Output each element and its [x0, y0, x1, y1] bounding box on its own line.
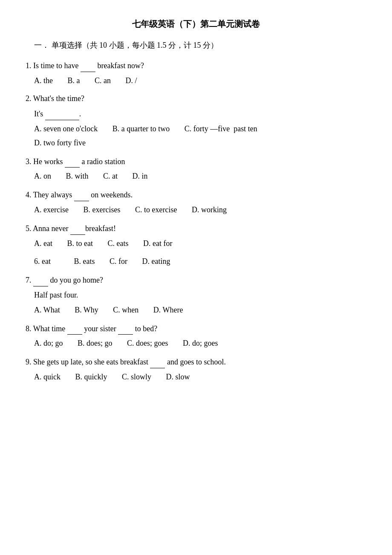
q5-number: 5. Anna never: [26, 224, 70, 233]
q8-after: to bed?: [133, 324, 157, 333]
q3-optD: D. in: [133, 170, 148, 182]
q3-optC: C. at: [103, 170, 118, 182]
q8-optD: D. do; goes: [183, 337, 218, 350]
q2-period: .: [79, 110, 81, 118]
q2-optB: B. a quarter to two: [112, 123, 170, 135]
q1-text: 1. Is time to have breakfast now?: [26, 59, 366, 72]
q3-optB: B. with: [66, 170, 89, 182]
q2-options-line1: A. seven one o'clock B. a quarter to two…: [34, 123, 366, 135]
q4-optC: C. to exercise: [135, 204, 177, 216]
q4-after: on weekends.: [89, 191, 133, 199]
q7-optA: A. What: [34, 304, 60, 316]
q1-after: breakfast now?: [95, 61, 144, 70]
q9-number: 9. She gets up late, so she eats breakfa…: [26, 358, 150, 366]
q5-after: breakfast!: [85, 224, 116, 233]
q9-optB: B. quickly: [75, 371, 107, 383]
q9-after: and goes to school.: [165, 358, 225, 366]
q5-optD: D. eat for: [143, 237, 172, 250]
q8-text: 8. What time your sister to bed?: [26, 322, 366, 335]
q1-blank: [81, 59, 95, 72]
q4-options: A. exercise B. exercises C. to exercise …: [34, 204, 366, 216]
q7-half: Half past four.: [34, 291, 78, 299]
q8-blank2: [118, 322, 133, 335]
q4-text: 4. They always on weekends.: [26, 188, 366, 201]
q5-options: A. eat B. to eat C. eats D. eat for: [34, 237, 366, 250]
q5-blank: [70, 222, 85, 235]
section1-header: 一． 单项选择（共 10 小题，每小题 1.5 分，计 15 分）: [26, 39, 366, 52]
q7-after: do you go home?: [48, 276, 103, 284]
q6-options: 6. eat B. eats C. for D. eating: [34, 255, 366, 268]
q8-mid: your sister: [82, 324, 118, 333]
q2-options-line2: D. two forty five: [34, 137, 366, 149]
q6-optC: C. for: [110, 255, 127, 268]
q4-optA: A. exercise: [34, 204, 69, 216]
q4-number: 4. They always: [26, 191, 74, 199]
q2-subtext: It's .: [26, 107, 366, 120]
question-8: 8. What time your sister to bed? A. do; …: [26, 322, 366, 350]
q2-optA: A. seven one o'clock: [34, 123, 98, 135]
q9-blank: [150, 356, 165, 368]
question-3: 3. He works a radio station A. on B. wit…: [26, 155, 366, 183]
q3-optA: A. on: [34, 170, 51, 182]
q9-optD: D. slow: [166, 371, 190, 383]
q9-optC: C. slowly: [122, 371, 151, 383]
q2-text: 2. What's the time?: [26, 92, 366, 105]
q1-optC: C. an: [95, 75, 111, 87]
q7-blank: [33, 274, 48, 286]
q6-optB: B. eats: [74, 255, 95, 268]
q2-blank: [45, 107, 79, 120]
q7-options: A. What B. Why C. when D. Where: [34, 304, 366, 316]
question-6: 6. eat B. eats C. for D. eating: [26, 255, 366, 268]
question-5: 5. Anna never breakfast! A. eat B. to ea…: [26, 222, 366, 250]
page-title: 七年级英语（下）第二单元测试卷: [26, 17, 366, 31]
q7-subtext: Half past four.: [26, 289, 366, 301]
q6-opt-prefix: 6. eat: [34, 255, 51, 268]
q1-optB: B. a: [68, 75, 80, 87]
question-2: 2. What's the time? It's . A. seven one …: [26, 92, 366, 149]
q5-optC: C. eats: [107, 237, 128, 250]
q7-optD: D. Where: [153, 304, 183, 316]
q8-blank1: [67, 322, 82, 335]
q4-blank: [74, 188, 89, 201]
question-7: 7. do you go home? Half past four. A. Wh…: [26, 274, 366, 316]
question-1: 1. Is time to have breakfast now? A. the…: [26, 59, 366, 87]
q2-its: It's: [34, 110, 45, 118]
q1-optD: D. /: [126, 75, 137, 87]
q2-optD: D. two forty five: [34, 137, 86, 149]
q8-options: A. do; go B. does; go C. does; goes D. d…: [34, 337, 366, 350]
q5-optB: B. to eat: [67, 237, 93, 250]
q7-text: 7. do you go home?: [26, 274, 366, 286]
question-9: 9. She gets up late, so she eats breakfa…: [26, 356, 366, 383]
q1-options: A. the B. a C. an D. /: [34, 75, 366, 87]
q8-number: 8. What time: [26, 324, 67, 333]
q1-optA: A. the: [34, 75, 53, 87]
q5-text: 5. Anna never breakfast!: [26, 222, 366, 235]
q7-optB: B. Why: [75, 304, 98, 316]
q3-options: A. on B. with C. at D. in: [34, 170, 366, 182]
q5-optA: A. eat: [34, 237, 52, 250]
q4-optB: B. exercises: [83, 204, 120, 216]
q3-text: 3. He works a radio station: [26, 155, 366, 168]
q1-number: 1. Is time to have: [26, 61, 81, 70]
q8-optB: B. does; go: [78, 337, 112, 350]
question-4: 4. They always on weekends. A. exercise …: [26, 188, 366, 216]
q6-optD: D. eating: [142, 255, 170, 268]
q9-options: A. quick B. quickly C. slowly D. slow: [34, 371, 366, 383]
q8-optA: A. do; go: [34, 337, 63, 350]
q2-optC: C. forty —five past ten: [184, 123, 257, 135]
q4-optD: D. working: [192, 204, 227, 216]
q7-number: 7.: [26, 276, 33, 284]
q9-optA: A. quick: [34, 371, 61, 383]
q3-number: 3. He works: [26, 157, 65, 166]
q8-optC: C. does; goes: [127, 337, 168, 350]
q3-after: a radio station: [80, 157, 125, 166]
q9-text: 9. She gets up late, so she eats breakfa…: [26, 356, 366, 368]
q2-number: 2. What's the time?: [26, 94, 84, 103]
q7-optC: C. when: [113, 304, 138, 316]
q3-blank: [65, 155, 80, 168]
